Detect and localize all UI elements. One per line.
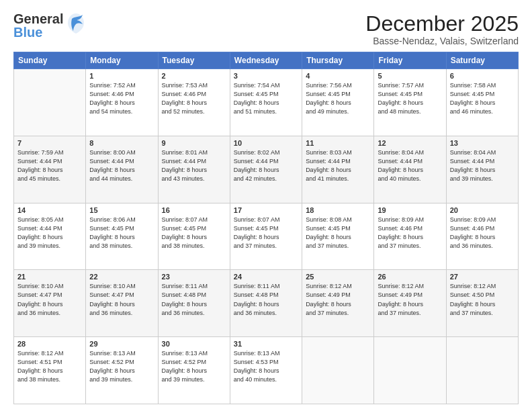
daylight-text: Daylight: 8 hours	[450, 300, 515, 309]
table-row	[446, 337, 518, 404]
sunrise-text: Sunrise: 8:04 AM	[378, 148, 442, 157]
daylight-continued-text: and 48 minutes.	[378, 107, 442, 116]
table-row: 10Sunrise: 8:02 AMSunset: 4:44 PMDayligh…	[230, 136, 302, 203]
daylight-continued-text: and 41 minutes.	[306, 175, 370, 183]
day-number: 5	[378, 72, 442, 80]
sunrise-text: Sunrise: 8:01 AM	[162, 148, 226, 157]
daylight-text: Daylight: 8 hours	[306, 233, 370, 242]
daylight-continued-text: and 39 minutes.	[17, 242, 82, 250]
sunrise-text: Sunrise: 8:11 AM	[162, 282, 226, 291]
sunset-text: Sunset: 4:52 PM	[162, 358, 226, 367]
daylight-continued-text: and 37 minutes.	[450, 309, 515, 318]
daylight-continued-text: and 38 minutes.	[89, 242, 154, 250]
day-number: 17	[234, 206, 298, 214]
sunrise-text: Sunrise: 8:11 AM	[234, 282, 298, 291]
table-row: 16Sunrise: 8:07 AMSunset: 4:45 PMDayligh…	[158, 203, 230, 270]
table-row: 8Sunrise: 8:00 AMSunset: 4:44 PMDaylight…	[86, 136, 158, 203]
table-row: 4Sunrise: 7:56 AMSunset: 4:45 PMDaylight…	[302, 69, 374, 136]
sunrise-text: Sunrise: 8:00 AM	[89, 148, 154, 157]
sunset-text: Sunset: 4:46 PM	[450, 224, 515, 233]
logo-blue: Blue	[13, 26, 63, 39]
day-number: 12	[378, 139, 442, 147]
daylight-text: Daylight: 8 hours	[162, 166, 226, 175]
daylight-continued-text: and 40 minutes.	[234, 375, 298, 384]
daylight-text: Daylight: 8 hours	[234, 233, 298, 242]
calendar-week-row: 28Sunrise: 8:12 AMSunset: 4:51 PMDayligh…	[14, 337, 519, 404]
col-tuesday: Tuesday	[158, 52, 230, 69]
sunrise-text: Sunrise: 8:10 AM	[89, 282, 154, 291]
table-row	[374, 337, 446, 404]
daylight-continued-text: and 54 minutes.	[89, 107, 154, 116]
calendar-header-row: Sunday Monday Tuesday Wednesday Thursday…	[14, 52, 519, 69]
sunset-text: Sunset: 4:44 PM	[306, 157, 370, 166]
sunset-text: Sunset: 4:44 PM	[450, 157, 515, 166]
daylight-continued-text: and 36 minutes.	[234, 309, 298, 318]
day-number: 6	[450, 72, 515, 80]
day-number: 28	[17, 340, 82, 348]
day-number: 30	[162, 340, 226, 348]
table-row: 29Sunrise: 8:13 AMSunset: 4:52 PMDayligh…	[86, 337, 158, 404]
daylight-continued-text: and 44 minutes.	[89, 175, 154, 183]
day-number: 19	[378, 206, 442, 214]
sunrise-text: Sunrise: 8:12 AM	[306, 282, 370, 291]
table-row: 17Sunrise: 8:07 AMSunset: 4:45 PMDayligh…	[230, 203, 302, 270]
day-number: 9	[162, 139, 226, 147]
daylight-continued-text: and 39 minutes.	[162, 375, 226, 384]
daylight-text: Daylight: 8 hours	[450, 99, 515, 107]
table-row: 13Sunrise: 8:04 AMSunset: 4:44 PMDayligh…	[446, 136, 518, 203]
daylight-text: Daylight: 8 hours	[162, 367, 226, 375]
sunrise-text: Sunrise: 8:12 AM	[450, 282, 515, 291]
sunrise-text: Sunrise: 8:07 AM	[162, 216, 226, 224]
sunrise-text: Sunrise: 8:04 AM	[450, 148, 515, 157]
daylight-continued-text: and 40 minutes.	[378, 175, 442, 183]
table-row: 24Sunrise: 8:11 AMSunset: 4:48 PMDayligh…	[230, 270, 302, 337]
daylight-text: Daylight: 8 hours	[450, 166, 515, 175]
day-number: 1	[89, 72, 154, 80]
day-number: 22	[89, 273, 154, 281]
daylight-continued-text: and 37 minutes.	[234, 242, 298, 250]
daylight-text: Daylight: 8 hours	[162, 99, 226, 107]
daylight-text: Daylight: 8 hours	[17, 166, 82, 175]
table-row: 3Sunrise: 7:54 AMSunset: 4:45 PMDaylight…	[230, 69, 302, 136]
sunset-text: Sunset: 4:44 PM	[234, 157, 298, 166]
sunset-text: Sunset: 4:44 PM	[17, 224, 82, 233]
sunrise-text: Sunrise: 8:12 AM	[17, 349, 82, 358]
calendar-week-row: 21Sunrise: 8:10 AMSunset: 4:47 PMDayligh…	[14, 270, 519, 337]
table-row: 12Sunrise: 8:04 AMSunset: 4:44 PMDayligh…	[374, 136, 446, 203]
table-row: 25Sunrise: 8:12 AMSunset: 4:49 PMDayligh…	[302, 270, 374, 337]
daylight-text: Daylight: 8 hours	[234, 300, 298, 309]
sunrise-text: Sunrise: 8:10 AM	[17, 282, 82, 291]
col-monday: Monday	[86, 52, 158, 69]
sunrise-text: Sunrise: 8:08 AM	[306, 216, 370, 224]
col-sunday: Sunday	[14, 52, 86, 69]
table-row: 20Sunrise: 8:09 AMSunset: 4:46 PMDayligh…	[446, 203, 518, 270]
sunrise-text: Sunrise: 8:07 AM	[234, 216, 298, 224]
col-saturday: Saturday	[446, 52, 518, 69]
daylight-text: Daylight: 8 hours	[450, 233, 515, 242]
sunrise-text: Sunrise: 8:09 AM	[378, 216, 442, 224]
sunset-text: Sunset: 4:47 PM	[89, 291, 154, 300]
sunrise-text: Sunrise: 8:13 AM	[234, 349, 298, 358]
daylight-text: Daylight: 8 hours	[234, 166, 298, 175]
day-number: 27	[450, 273, 515, 281]
day-number: 21	[17, 273, 82, 281]
sunset-text: Sunset: 4:47 PM	[17, 291, 82, 300]
sunrise-text: Sunrise: 7:54 AM	[234, 81, 298, 90]
sunrise-text: Sunrise: 7:53 AM	[162, 81, 226, 90]
daylight-text: Daylight: 8 hours	[89, 367, 154, 375]
daylight-text: Daylight: 8 hours	[306, 99, 370, 107]
calendar-table: Sunday Monday Tuesday Wednesday Thursday…	[13, 52, 519, 404]
sunrise-text: Sunrise: 8:02 AM	[234, 148, 298, 157]
sunrise-text: Sunrise: 8:13 AM	[162, 349, 226, 358]
day-number: 7	[17, 139, 82, 147]
daylight-text: Daylight: 8 hours	[17, 300, 82, 309]
table-row	[302, 337, 374, 404]
table-row: 5Sunrise: 7:57 AMSunset: 4:45 PMDaylight…	[374, 69, 446, 136]
page: General Blue December 2025 Basse-Nendaz,…	[0, 0, 532, 411]
table-row: 28Sunrise: 8:12 AMSunset: 4:51 PMDayligh…	[14, 337, 86, 404]
table-row: 14Sunrise: 8:05 AMSunset: 4:44 PMDayligh…	[14, 203, 86, 270]
sunrise-text: Sunrise: 8:03 AM	[306, 148, 370, 157]
table-row: 19Sunrise: 8:09 AMSunset: 4:46 PMDayligh…	[374, 203, 446, 270]
sunrise-text: Sunrise: 7:52 AM	[89, 81, 154, 90]
daylight-text: Daylight: 8 hours	[234, 99, 298, 107]
